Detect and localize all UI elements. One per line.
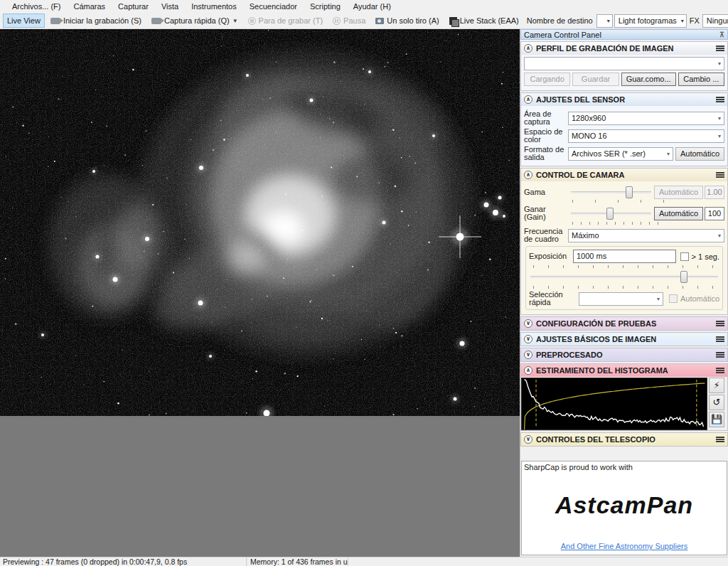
target-name-combobox[interactable]: ▾: [596, 14, 613, 28]
chevron-up-icon[interactable]: ∧: [524, 171, 532, 179]
menu-icon[interactable]: [716, 45, 724, 52]
start-capture-label: Iniciar la grabación (S): [63, 16, 141, 25]
quick-capture-button[interactable]: Captura rápida (Q) ▼: [147, 14, 242, 28]
menu-vista[interactable]: Vista: [155, 1, 185, 12]
section-title: PREPROCESADO: [536, 351, 603, 359]
menu-icon[interactable]: [716, 171, 724, 178]
start-capture-button[interactable]: Iniciar la grabación (S): [46, 14, 146, 28]
sponsor-brand-logo[interactable]: AstcamPan: [522, 491, 727, 519]
section-title: AJUSTES BÁSICOS DE IMAGEN: [536, 335, 656, 343]
quick-pick-combobox[interactable]: ▾: [579, 292, 663, 306]
section-telescope-controls: ∨ CONTROLES DEL TELESCOPIO: [520, 432, 728, 447]
live-view-button[interactable]: Live View: [3, 14, 45, 28]
gain-label: Ganar (Gain): [524, 205, 568, 221]
chevron-down-icon[interactable]: ∨: [524, 351, 532, 359]
gain-auto-button[interactable]: Automático: [654, 207, 703, 220]
auto-stretch-button[interactable]: ⚡: [709, 378, 724, 393]
gamma-slider[interactable]: [571, 186, 651, 199]
menu-ayudar[interactable]: Ayudar (H): [347, 1, 397, 12]
manage-profile-button[interactable]: Cambio ...: [678, 73, 724, 86]
chevron-down-icon[interactable]: ∨: [524, 319, 532, 328]
gamma-slider-thumb[interactable]: [626, 186, 633, 198]
section-title: AJUSTES DEL SENSOR: [536, 95, 625, 104]
section-header-sensor-settings[interactable]: ∧ AJUSTES DEL SENSOR: [521, 93, 727, 106]
colour-space-combobox[interactable]: MONO 16 ▾: [568, 129, 724, 143]
capture-area-combobox[interactable]: 1280x960 ▾: [568, 112, 724, 125]
chevron-up-icon[interactable]: ∧: [524, 44, 532, 53]
menu-icon[interactable]: [716, 336, 724, 343]
chevron-down-icon[interactable]: ▼: [232, 18, 238, 24]
histogram-display[interactable]: [521, 378, 707, 430]
menu-capturar[interactable]: Capturar: [112, 1, 155, 12]
pause-label: Pausa: [343, 16, 365, 25]
save-stretch-button[interactable]: 💾: [709, 412, 724, 427]
gain-value[interactable]: 100: [705, 207, 724, 220]
chevron-down-icon: ▾: [718, 133, 721, 139]
chevron-up-icon[interactable]: ∧: [524, 95, 532, 104]
exposure-auto-checkbox[interactable]: [669, 294, 678, 303]
video-camera-icon: [50, 18, 60, 24]
gain-slider-thumb[interactable]: [606, 208, 614, 220]
exposure-slider[interactable]: [530, 270, 718, 284]
fx-combobox[interactable]: Ninguno ▾: [702, 14, 728, 28]
stop-capture-button[interactable]: Para de grabar (T): [244, 14, 327, 28]
pause-button[interactable]: Pausa: [328, 14, 370, 28]
output-format-auto-button[interactable]: Automático: [675, 147, 724, 161]
menu-archivos[interactable]: Archivos... (F): [6, 1, 67, 12]
section-header-histogram-stretch[interactable]: ∧ ESTIRAMIENTO DEL HISTOGRAMA: [521, 364, 727, 377]
chevron-up-icon[interactable]: ∧: [524, 366, 532, 375]
section-title: CONTROLES DEL TELESCOPIO: [536, 435, 655, 444]
menu-icon[interactable]: [716, 320, 724, 327]
menu-icon[interactable]: [716, 351, 724, 358]
output-format-combobox[interactable]: Archivos SER (* .ser) ▾: [568, 147, 673, 161]
snapshot-icon: [375, 18, 384, 24]
section-header-image-adjustments[interactable]: ∨ AJUSTES BÁSICOS DE IMAGEN: [521, 333, 727, 346]
live-stack-button[interactable]: Live Stack (EAA): [445, 14, 523, 28]
chevron-down-icon[interactable]: ∨: [524, 335, 532, 343]
pin-icon[interactable]: ⊼: [719, 31, 724, 38]
memory-status: Memory: 1 of 436 frames in use.: [247, 557, 348, 566]
menu-icon[interactable]: [716, 436, 724, 443]
section-header-testing-controls[interactable]: ∨ CONFIGURACIÓN DE PRUEBAS: [521, 317, 727, 330]
over-1s-label: > 1 seg.: [692, 252, 719, 261]
snapshot-button[interactable]: Un solo tiro (A): [371, 14, 443, 28]
section-header-capture-profile[interactable]: ∧ PERFIL DE GRABACIÓN DE IMAGEN: [521, 42, 727, 55]
section-header-telescope-controls[interactable]: ∨ CONTROLES DEL TELESCOPIO: [521, 433, 727, 446]
gain-slider[interactable]: [571, 207, 651, 220]
frame-type-combobox[interactable]: Light fotogramas ▾: [614, 14, 687, 28]
menu-secuenciador[interactable]: Secuenciador: [243, 1, 304, 12]
menu-camaras[interactable]: Cámaras: [67, 1, 112, 12]
camera-preview-image: [0, 29, 520, 416]
quick-capture-label: Captura rápida (Q): [164, 16, 230, 25]
menu-scripting[interactable]: Scripting: [304, 1, 347, 12]
menu-instrumentos[interactable]: Instrumentos: [185, 1, 243, 12]
framerate-combobox[interactable]: Máximo ▾: [568, 229, 724, 242]
over-1s-checkbox[interactable]: [680, 252, 689, 261]
fx-value: Ninguno: [707, 16, 728, 25]
save-as-profile-button[interactable]: Guar.como...: [621, 73, 676, 86]
profile-combobox[interactable]: ▾: [524, 57, 724, 70]
exposure-slider-thumb[interactable]: [680, 271, 687, 283]
exposure-input[interactable]: 1000 ms: [573, 250, 676, 263]
live-stack-label: Live Stack (EAA): [460, 16, 519, 25]
gamma-label: Gama: [524, 188, 568, 196]
reset-stretch-button[interactable]: ↺: [709, 395, 724, 410]
image-viewport: [0, 29, 520, 557]
chevron-down-icon[interactable]: ∨: [524, 435, 532, 444]
menu-icon[interactable]: [716, 367, 724, 374]
sponsor-link[interactable]: And Other Fine Astronomy Suppliers: [522, 542, 727, 550]
section-header-camera-controls[interactable]: ∧ CONTROL DE CAMARA: [521, 169, 727, 181]
capture-area-label: Área de captura: [524, 110, 568, 126]
section-header-preprocessing[interactable]: ∨ PREPROCESADO: [521, 348, 727, 361]
snapshot-label: Un solo tiro (A): [387, 16, 439, 25]
section-sensor-settings: ∧ AJUSTES DEL SENSOR Área de captura 128…: [520, 92, 728, 166]
menu-icon[interactable]: [716, 96, 724, 103]
save-icon: 💾: [711, 414, 722, 424]
gamma-auto-button[interactable]: Automático: [654, 186, 703, 199]
toolbar: Live View Iniciar la grabación (S) Captu…: [0, 13, 728, 29]
load-profile-button[interactable]: Cargando: [524, 73, 570, 86]
stop-record-icon: [248, 17, 256, 25]
camera-icon: [151, 18, 161, 24]
sponsor-intro-text: SharpCap is proud to work with: [522, 461, 727, 473]
save-profile-button[interactable]: Guardar: [572, 73, 619, 86]
